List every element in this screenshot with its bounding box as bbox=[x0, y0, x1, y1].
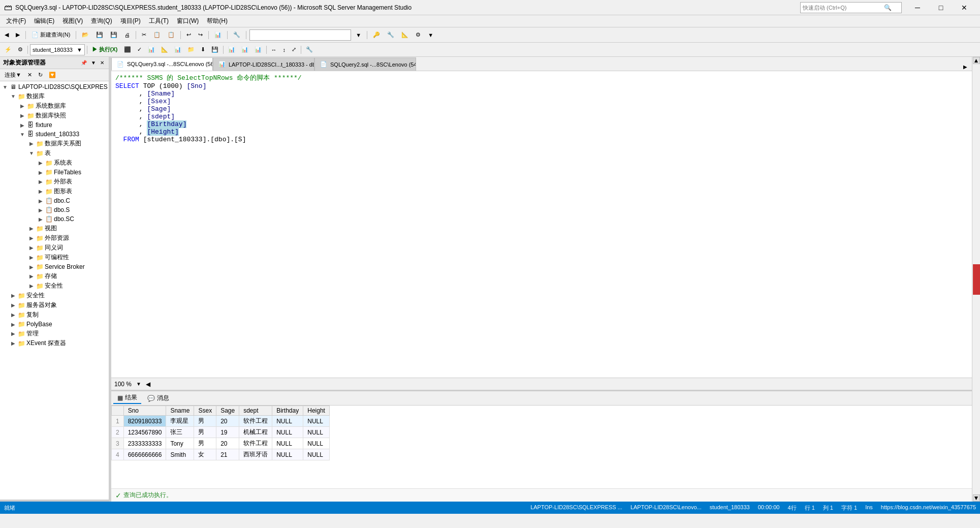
close-button[interactable]: ✕ bbox=[953, 0, 976, 15]
tree-db-snapshots[interactable]: ▶ 📁 数据库快照 bbox=[0, 111, 109, 120]
toolbar-btn-2[interactable]: 💾 bbox=[93, 30, 106, 39]
student-db-expander[interactable]: ▼ bbox=[18, 130, 26, 138]
toolbar-btn-7[interactable]: 📋 bbox=[165, 30, 177, 39]
tree-tables[interactable]: ▼ 📁 表 bbox=[0, 148, 109, 158]
zoom-dropdown[interactable]: ▼ bbox=[134, 380, 144, 388]
quick-launch-input[interactable] bbox=[803, 5, 884, 11]
db-diagram-expander[interactable]: ▶ bbox=[27, 140, 36, 148]
panel-resize-handle[interactable] bbox=[0, 500, 109, 502]
toolbar2-btn-11[interactable]: 📊 bbox=[252, 45, 264, 54]
toolbar-btn-11[interactable]: 🔧 bbox=[385, 30, 397, 39]
tree-graph-tables[interactable]: ▶ 📁 图形表 bbox=[0, 187, 109, 196]
table-row[interactable]: 21234567890张三男19机械工程NULLNULL bbox=[112, 427, 330, 438]
tree-security[interactable]: ▶ 📁 安全性 bbox=[0, 291, 109, 300]
toolbar2-btn-13[interactable]: ↕ bbox=[280, 46, 289, 54]
fixture-expander[interactable]: ▶ bbox=[18, 121, 26, 129]
tree-replication[interactable]: ▶ 📁 复制 bbox=[0, 310, 109, 320]
table-row[interactable]: 18209180333李观星男20软件工程NULLNULL bbox=[112, 416, 330, 427]
toolbar-btn-5[interactable]: ✂ bbox=[139, 30, 149, 39]
disconnect-button[interactable]: ✕ bbox=[25, 71, 35, 79]
toolbar2-btn-5[interactable]: 📊 bbox=[172, 45, 184, 54]
menu-item-e[interactable]: 编辑(E) bbox=[30, 16, 58, 26]
graph-tables-expander[interactable]: ▶ bbox=[37, 188, 45, 196]
toolbar2-btn-8[interactable]: 💾 bbox=[209, 45, 221, 54]
tree-student-db[interactable]: ▼ 🗄 student_180333 bbox=[0, 130, 109, 139]
tree-external-tables[interactable]: ▶ 📁 外部表 bbox=[0, 177, 109, 187]
toolbar2-btn-12[interactable]: ↔ bbox=[269, 46, 279, 54]
sql-editor[interactable]: /****** SSMS 的 SelectTopNRows 命令的脚本 ****… bbox=[111, 71, 972, 378]
db-snapshots-expander[interactable]: ▶ bbox=[18, 112, 26, 120]
tree-filetables[interactable]: ▶ 📁 FileTables bbox=[0, 168, 109, 177]
table-row[interactable]: 32333333333Tony男20软件工程NULLNULL bbox=[112, 438, 330, 449]
tree-synonyms[interactable]: ▶ 📁 同义词 bbox=[0, 243, 109, 253]
toolbar-btn-3[interactable]: 💾 bbox=[108, 30, 120, 39]
connect-button[interactable]: 连接▼ bbox=[2, 70, 24, 80]
filetables-expander[interactable]: ▶ bbox=[37, 168, 45, 176]
panel-menu-button[interactable]: ▼ bbox=[89, 59, 98, 66]
new-query-button[interactable]: 📄 新建查询(N) bbox=[29, 30, 73, 40]
server-input[interactable] bbox=[249, 29, 351, 41]
pin-button[interactable]: 📌 bbox=[79, 59, 88, 66]
toolbar2-btn-7[interactable]: ⬇ bbox=[198, 45, 208, 54]
system-db-expander[interactable]: ▶ bbox=[18, 102, 26, 110]
tree-views[interactable]: ▶ 📁 视图 bbox=[0, 224, 109, 233]
tree-server[interactable]: ▼ 🖥 LAPTOP-LID28SC\SQLEXPRES bbox=[0, 82, 109, 91]
forward-button[interactable]: ▶ bbox=[13, 30, 22, 39]
redo-button[interactable]: ↪ bbox=[196, 30, 205, 39]
service-broker-expander[interactable]: ▶ bbox=[27, 263, 36, 271]
tree-databases[interactable]: ▼ 📁 数据库 bbox=[0, 91, 109, 101]
refresh-button[interactable]: ↻ bbox=[36, 71, 45, 79]
tree-service-broker[interactable]: ▶ 📁 Service Broker bbox=[0, 262, 109, 271]
programmability-expander[interactable]: ▶ bbox=[27, 254, 36, 262]
external-tables-expander[interactable]: ▶ bbox=[37, 178, 45, 186]
dbo-c-expander[interactable]: ▶ bbox=[37, 197, 45, 205]
toolbar-btn-6[interactable]: 📋 bbox=[151, 30, 163, 39]
toolbar-btn-14[interactable]: ▼ bbox=[425, 31, 436, 39]
tab-dbo-s[interactable]: 📊 LAPTOP-LID28SCl...t_180333 - dbo.S bbox=[213, 57, 314, 71]
tree-db-diagram[interactable]: ▶ 📁 数据库关系图 bbox=[0, 139, 109, 148]
menu-item-h[interactable]: 帮助(H) bbox=[203, 16, 232, 26]
results-tab-messages[interactable]: 💬 消息 bbox=[143, 392, 173, 404]
toolbar2-btn-2[interactable]: ⚙ bbox=[15, 45, 25, 54]
undo-button[interactable]: ↩ bbox=[184, 30, 194, 39]
tree-dbo-s[interactable]: ▶ 📋 dbo.S bbox=[0, 205, 109, 214]
tree-management[interactable]: ▶ 📁 管理 bbox=[0, 329, 109, 338]
tree-storage[interactable]: ▶ 📁 存储 bbox=[0, 271, 109, 281]
tree-programmability[interactable]: ▶ 📁 可编程性 bbox=[0, 253, 109, 262]
tables-expander[interactable]: ▼ bbox=[27, 149, 36, 158]
synonyms-expander[interactable]: ▶ bbox=[27, 244, 36, 252]
filter-button[interactable]: 🔽 bbox=[46, 71, 58, 79]
toolbar2-btn-14[interactable]: ⤢ bbox=[289, 45, 299, 54]
security-expander[interactable]: ▶ bbox=[9, 292, 17, 300]
storage-expander[interactable]: ▶ bbox=[27, 272, 36, 281]
db-dropdown-btn[interactable]: ▼ bbox=[75, 45, 84, 55]
toolbar-btn-8[interactable]: 📊 bbox=[212, 30, 224, 39]
toolbar2-btn-4[interactable]: 📐 bbox=[159, 45, 171, 54]
toolbar2-btn-15[interactable]: 🔧 bbox=[303, 45, 315, 54]
minimize-button[interactable]: ─ bbox=[906, 0, 929, 15]
right-edge-arrow-up[interactable]: ▲ bbox=[973, 57, 980, 64]
tree-security-db[interactable]: ▶ 📁 安全性 bbox=[0, 281, 109, 291]
tree-ext-resources[interactable]: ▶ 📁 外部资源 bbox=[0, 233, 109, 243]
system-tables-expander[interactable]: ▶ bbox=[37, 159, 45, 167]
toolbar2-btn-6[interactable]: 📁 bbox=[185, 45, 197, 54]
toolbar2-btn-9[interactable]: 📊 bbox=[226, 45, 238, 54]
tab-sqlquery3[interactable]: 📄 SQLQuery3.sql -...8SC\Lenovo (56) ✕ bbox=[111, 57, 213, 71]
menu-item-p[interactable]: 项目(P) bbox=[116, 16, 145, 26]
polybase-expander[interactable]: ▶ bbox=[9, 320, 17, 328]
toolbar2-btn-3[interactable]: 📊 bbox=[145, 45, 157, 54]
parse-button[interactable]: ✓ bbox=[135, 45, 144, 54]
back-button[interactable]: ◀ bbox=[2, 30, 11, 39]
menu-item-w[interactable]: 窗口(W) bbox=[173, 16, 203, 26]
replication-expander[interactable]: ▶ bbox=[9, 311, 17, 319]
table-row[interactable]: 46666666666Smith女21西班牙语NULLNULL bbox=[112, 449, 330, 460]
execute-button[interactable]: ▶ 执行(X) bbox=[89, 45, 120, 54]
xevent-expander[interactable]: ▶ bbox=[9, 339, 17, 348]
databases-expander[interactable]: ▼ bbox=[9, 92, 17, 101]
dbo-sc-expander[interactable]: ▶ bbox=[37, 215, 45, 223]
menu-item-t[interactable]: 工具(T) bbox=[145, 16, 173, 26]
maximize-button[interactable]: □ bbox=[929, 0, 953, 15]
tab-extra-button[interactable]: ▶ bbox=[961, 63, 970, 71]
tree-polybase[interactable]: ▶ 📁 PolyBase bbox=[0, 320, 109, 329]
tree-fixture[interactable]: ▶ 🗄 fixture bbox=[0, 120, 109, 130]
